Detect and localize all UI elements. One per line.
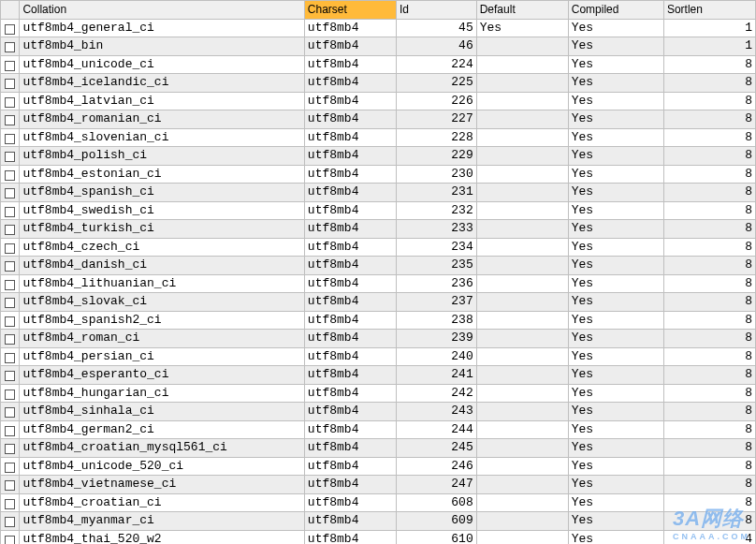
table-row[interactable]: utf8mb4_croatian_ciutf8mb4608Yes8 <box>1 493 756 512</box>
row-checkbox[interactable] <box>1 311 20 330</box>
checkbox-icon[interactable] <box>5 79 15 89</box>
row-checkbox[interactable] <box>1 37 20 56</box>
table-row[interactable]: utf8mb4_latvian_ciutf8mb4226Yes8 <box>1 92 756 110</box>
table-row[interactable]: utf8mb4_romanian_ciutf8mb4227Yes8 <box>1 110 756 129</box>
checkbox-icon[interactable] <box>5 316 15 327</box>
checkbox-icon[interactable] <box>5 517 15 527</box>
table-row[interactable]: utf8mb4_swedish_ciutf8mb4232Yes8 <box>1 201 756 220</box>
table-row[interactable]: utf8mb4_danish_ciutf8mb4235Yes8 <box>1 257 756 275</box>
table-row[interactable]: utf8mb4_esperanto_ciutf8mb4241Yes8 <box>1 366 756 385</box>
checkbox-icon[interactable] <box>5 390 15 400</box>
row-checkbox[interactable] <box>1 457 20 476</box>
column-header-compiled[interactable]: Compiled <box>568 1 663 20</box>
row-checkbox[interactable] <box>1 439 20 458</box>
checkbox-icon[interactable] <box>5 480 15 491</box>
checkbox-icon[interactable] <box>5 115 15 125</box>
column-header-checkbox[interactable] <box>1 1 20 20</box>
row-checkbox[interactable] <box>1 366 20 385</box>
table-row[interactable]: utf8mb4_slovak_ciutf8mb4237Yes8 <box>1 293 756 312</box>
table-row[interactable]: utf8mb4_turkish_ciutf8mb4233Yes8 <box>1 220 756 239</box>
table-row[interactable]: utf8mb4_unicode_ciutf8mb4224Yes8 <box>1 55 756 74</box>
row-checkbox[interactable] <box>1 165 20 184</box>
checkbox-icon[interactable] <box>5 188 15 198</box>
table-row[interactable]: utf8mb4_unicode_520_ciutf8mb4246Yes8 <box>1 457 756 476</box>
table-row[interactable]: utf8mb4_german2_ciutf8mb4244Yes8 <box>1 420 756 439</box>
checkbox-icon[interactable] <box>5 97 15 108</box>
cell-id: 233 <box>396 220 476 239</box>
column-header-default[interactable]: Default <box>476 1 568 20</box>
table-row[interactable]: utf8mb4_lithuanian_ciutf8mb4236Yes8 <box>1 274 756 293</box>
table-row[interactable]: utf8mb4_sinhala_ciutf8mb4243Yes8 <box>1 403 756 421</box>
checkbox-icon[interactable] <box>5 334 15 345</box>
checkbox-icon[interactable] <box>5 298 15 308</box>
row-checkbox[interactable] <box>1 147 20 166</box>
table-row[interactable]: utf8mb4_myanmar_ciutf8mb4609Yes8 <box>1 512 756 531</box>
checkbox-icon[interactable] <box>5 207 15 217</box>
row-checkbox[interactable] <box>1 274 20 293</box>
checkbox-icon[interactable] <box>5 353 15 363</box>
row-checkbox[interactable] <box>1 420 20 439</box>
table-row[interactable]: utf8mb4_icelandic_ciutf8mb4225Yes8 <box>1 74 756 93</box>
row-checkbox[interactable] <box>1 293 20 312</box>
row-checkbox[interactable] <box>1 476 20 494</box>
table-row[interactable]: utf8mb4_hungarian_ciutf8mb4242Yes8 <box>1 384 756 403</box>
checkbox-icon[interactable] <box>5 426 15 436</box>
checkbox-icon[interactable] <box>5 371 15 381</box>
row-checkbox[interactable] <box>1 257 20 275</box>
row-checkbox[interactable] <box>1 19 20 37</box>
checkbox-icon[interactable] <box>5 225 15 235</box>
row-checkbox[interactable] <box>1 403 20 421</box>
checkbox-icon[interactable] <box>5 61 15 71</box>
checkbox-icon[interactable] <box>5 170 15 181</box>
table-row[interactable]: utf8mb4_general_ciutf8mb445YesYes1 <box>1 19 756 37</box>
row-checkbox[interactable] <box>1 184 20 202</box>
cell-sortlen: 8 <box>663 201 755 220</box>
row-checkbox[interactable] <box>1 512 20 531</box>
checkbox-icon[interactable] <box>5 499 15 509</box>
checkbox-icon[interactable] <box>5 134 15 144</box>
row-checkbox[interactable] <box>1 55 20 74</box>
checkbox-icon[interactable] <box>5 261 15 272</box>
table-row[interactable]: utf8mb4_roman_ciutf8mb4239Yes8 <box>1 330 756 348</box>
row-checkbox[interactable] <box>1 74 20 93</box>
checkbox-icon[interactable] <box>5 152 15 162</box>
row-checkbox[interactable] <box>1 201 20 220</box>
checkbox-icon[interactable] <box>5 536 15 544</box>
row-checkbox[interactable] <box>1 92 20 110</box>
row-checkbox[interactable] <box>1 330 20 348</box>
checkbox-icon[interactable] <box>5 243 15 254</box>
row-checkbox[interactable] <box>1 220 20 239</box>
checkbox-icon[interactable] <box>5 407 15 418</box>
checkbox-icon[interactable] <box>5 42 15 52</box>
row-checkbox[interactable] <box>1 384 20 403</box>
table-row[interactable]: utf8mb4_spanish_ciutf8mb4231Yes8 <box>1 184 756 202</box>
cell-charset: utf8mb4 <box>304 19 396 37</box>
row-checkbox[interactable] <box>1 530 20 544</box>
table-row[interactable]: utf8mb4_persian_ciutf8mb4240Yes8 <box>1 347 756 366</box>
row-checkbox[interactable] <box>1 110 20 129</box>
table-row[interactable]: utf8mb4_thai_520_w2utf8mb4610Yes4 <box>1 530 756 544</box>
checkbox-icon[interactable] <box>5 280 15 290</box>
table-row[interactable]: utf8mb4_croatian_mysql561_ciutf8mb4245Ye… <box>1 439 756 458</box>
cell-charset: utf8mb4 <box>304 257 396 275</box>
row-checkbox[interactable] <box>1 493 20 512</box>
table-row[interactable]: utf8mb4_polish_ciutf8mb4229Yes8 <box>1 147 756 166</box>
checkbox-icon[interactable] <box>5 463 15 473</box>
column-header-sortlen[interactable]: Sortlen <box>663 1 755 20</box>
table-row[interactable]: utf8mb4_slovenian_ciutf8mb4228Yes8 <box>1 128 756 147</box>
table-row[interactable]: utf8mb4_spanish2_ciutf8mb4238Yes8 <box>1 311 756 330</box>
cell-collation: utf8mb4_unicode_ci <box>20 55 304 74</box>
table-row[interactable]: utf8mb4_vietnamese_ciutf8mb4247Yes8 <box>1 476 756 494</box>
table-row[interactable]: utf8mb4_estonian_ciutf8mb4230Yes8 <box>1 165 756 184</box>
row-checkbox[interactable] <box>1 128 20 147</box>
checkbox-icon[interactable] <box>5 24 15 35</box>
cell-default <box>476 347 568 366</box>
row-checkbox[interactable] <box>1 238 20 257</box>
row-checkbox[interactable] <box>1 347 20 366</box>
checkbox-icon[interactable] <box>5 444 15 454</box>
table-row[interactable]: utf8mb4_binutf8mb446Yes1 <box>1 37 756 56</box>
column-header-charset[interactable]: Charset <box>304 1 396 20</box>
table-row[interactable]: utf8mb4_czech_ciutf8mb4234Yes8 <box>1 238 756 257</box>
column-header-collation[interactable]: Collation <box>20 1 304 20</box>
column-header-id[interactable]: Id <box>396 1 476 20</box>
